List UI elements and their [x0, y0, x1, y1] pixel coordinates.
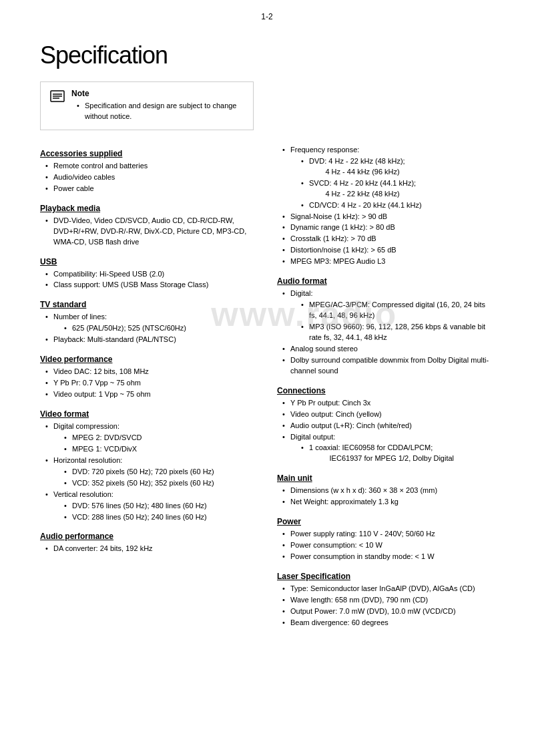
list-item: CD/VCD: 4 Hz - 20 kHz (44.1 kHz)	[301, 200, 494, 211]
section-laser: Laser Specification Type: Semiconductor …	[277, 572, 494, 628]
section-connections: Connections Y Pb Pr output: Cinch 3x Vid…	[277, 386, 494, 465]
list-item: MPEG MP3: MPEG Audio L3	[282, 256, 494, 267]
list-item: MPEG 2: DVD/SVCD	[64, 433, 257, 443]
list-item: Audio output (L+R): Cinch (white/red)	[282, 421, 494, 431]
section-audio-format: Audio format Digital: MPEG/AC-3/PCM: Com…	[277, 276, 494, 377]
list-item: VCD: 288 lines (50 Hz); 240 lines (60 Hz…	[64, 512, 257, 523]
section-title-accessories: Accessories supplied	[40, 149, 257, 158]
list-item: Class support: UMS (USB Mass Storage Cla…	[45, 280, 257, 291]
list-item: Power cable	[45, 184, 257, 194]
accessories-list: Remote control and batteries Audio/video…	[40, 161, 257, 194]
section-video-perf: Video performance Video DAC: 12 bits, 10…	[40, 355, 257, 400]
list-item: DVD: 4 Hz - 22 kHz (48 kHz); 4 Hz - 44 k…	[301, 156, 494, 178]
list-item: Wave length: 658 nm (DVD), 790 nm (CD)	[282, 595, 494, 606]
note-box: Note Specification and design are subjec…	[40, 81, 254, 130]
list-item: Net Weight: approximately 1.3 kg	[282, 497, 494, 508]
power-list: Power supply rating: 110 V - 240V; 50/60…	[277, 529, 494, 562]
list-item: Beam divergence: 60 degrees	[282, 618, 494, 628]
list-item: Video output: 1 Vpp ~ 75 ohm	[45, 389, 257, 400]
section-title-audio-perf: Audio performance	[40, 532, 257, 541]
list-item: Number of lines: 625 (PAL/50Hz); 525 (NT…	[45, 312, 257, 334]
list-item: VCD: 352 pixels (50 Hz); 352 pixels (60 …	[64, 478, 257, 489]
laser-list: Type: Semiconductor laser InGaAlP (DVD),…	[277, 584, 494, 628]
connections-list: Y Pb Pr output: Cinch 3x Video output: C…	[277, 398, 494, 465]
list-item: Analog sound stereo	[282, 344, 494, 355]
audio-perf-list: DA converter: 24 bits, 192 kHz	[40, 544, 257, 554]
list-item: Digital output: 1 coaxial: IEC60958 for …	[282, 432, 494, 465]
section-power: Power Power supply rating: 110 V - 240V;…	[277, 517, 494, 562]
main-unit-list: Dimensions (w x h x d): 360 × 38 × 203 (…	[277, 486, 494, 508]
list-item: Playback: Multi-standard (PAL/NTSC)	[45, 335, 257, 345]
list-item: Vertical resolution: DVD: 576 lines (50 …	[45, 490, 257, 523]
list-item: Dynamic range (1 kHz): > 80 dB	[282, 222, 494, 233]
section-audio-perf: Audio performance DA converter: 24 bits,…	[40, 532, 257, 554]
list-item: Output Power: 7.0 mW (DVD), 10.0 mW (VCD…	[282, 606, 494, 617]
note-icon	[50, 90, 65, 104]
usb-list: Compatibility: Hi-Speed USB (2.0) Class …	[40, 269, 257, 291]
list-item: Video output: Cinch (yellow)	[282, 409, 494, 420]
section-title-main-unit: Main unit	[277, 474, 494, 483]
section-title-power: Power	[277, 517, 494, 526]
list-item: 625 (PAL/50Hz); 525 (NTSC/60Hz)	[64, 323, 257, 334]
list-item: DVD: 576 lines (50 Hz); 480 lines (60 Hz…	[64, 501, 257, 512]
list-item: Compatibility: Hi-Speed USB (2.0)	[45, 269, 257, 280]
list-item: DVD-Video, Video CD/SVCD, Audio CD, CD-R…	[45, 216, 257, 248]
section-title-laser: Laser Specification	[277, 572, 494, 581]
audio-format-list: Digital: MPEG/AC-3/PCM: Compressed digit…	[277, 289, 494, 377]
section-accessories: Accessories supplied Remote control and …	[40, 149, 257, 194]
list-item: Power supply rating: 110 V - 240V; 50/60…	[282, 529, 494, 540]
list-item: Frequency response: DVD: 4 Hz - 22 kHz (…	[282, 145, 494, 211]
section-title-video-format: Video format	[40, 409, 257, 419]
list-item: Signal-Noise (1 kHz): > 90 dB	[282, 212, 494, 222]
section-title-playback: Playback media	[40, 204, 257, 213]
list-item: MPEG/AC-3/PCM: Compressed digital (16, 2…	[301, 300, 494, 321]
section-title-video-perf: Video performance	[40, 355, 257, 364]
list-item: Horizontal resolution: DVD: 720 pixels (…	[45, 455, 257, 489]
right-column: Frequency response: DVD: 4 Hz - 22 kHz (…	[277, 145, 494, 638]
section-main-unit: Main unit Dimensions (w x h x d): 360 × …	[277, 474, 494, 508]
list-item: MP3 (ISO 9660): 96, 112, 128, 256 kbps &…	[301, 322, 494, 343]
section-title-usb: USB	[40, 257, 257, 266]
left-column: Accessories supplied Remote control and …	[40, 145, 257, 638]
list-item: MPEG 1: VCD/DivX	[64, 444, 257, 455]
video-perf-list: Video DAC: 12 bits, 108 MHz Y Pb Pr: 0.7…	[40, 367, 257, 400]
list-item: Power consumption: < 10 W	[282, 540, 494, 551]
section-playback-media: Playback media DVD-Video, Video CD/SVCD,…	[40, 204, 257, 248]
section-title-connections: Connections	[277, 386, 494, 395]
playback-list: DVD-Video, Video CD/SVCD, Audio CD, CD-R…	[40, 216, 257, 248]
list-item: Distortion/noise (1 kHz): > 65 dB	[282, 245, 494, 256]
section-frequency: Frequency response: DVD: 4 Hz - 22 kHz (…	[277, 145, 494, 267]
page-title: Specification	[40, 41, 494, 69]
frequency-list: Frequency response: DVD: 4 Hz - 22 kHz (…	[277, 145, 494, 267]
list-item: Audio/video cables	[45, 172, 257, 183]
video-format-list: Digital compression: MPEG 2: DVD/SVCD MP…	[40, 421, 257, 522]
list-item: Dimensions (w x h x d): 360 × 38 × 203 (…	[282, 486, 494, 496]
section-usb: USB Compatibility: Hi-Speed USB (2.0) Cl…	[40, 257, 257, 291]
page-number: 1-2	[0, 0, 534, 28]
list-item: Crosstalk (1 kHz): > 70 dB	[282, 234, 494, 244]
list-item: Y Pb Pr: 0.7 Vpp ~ 75 ohm	[45, 378, 257, 389]
list-item: Digital compression: MPEG 2: DVD/SVCD MP…	[45, 421, 257, 455]
list-item: Power consumption in standby mode: < 1 W	[282, 552, 494, 562]
list-item: DA converter: 24 bits, 192 kHz	[45, 544, 257, 554]
list-item: Video DAC: 12 bits, 108 MHz	[45, 367, 257, 377]
note-text: Specification and design are subject to …	[77, 101, 244, 122]
list-item: DVD: 720 pixels (50 Hz); 720 pixels (60 …	[64, 467, 257, 478]
tv-list: Number of lines: 625 (PAL/50Hz); 525 (NT…	[40, 312, 257, 345]
list-item: Type: Semiconductor laser InGaAlP (DVD),…	[282, 584, 494, 594]
list-item: 1 coaxial: IEC60958 for CDDA/LPCM; IEC61…	[301, 443, 494, 464]
section-video-format: Video format Digital compression: MPEG 2…	[40, 409, 257, 522]
list-item: Y Pb Pr output: Cinch 3x	[282, 398, 494, 409]
list-item: Dolby surround compatible downmix from D…	[282, 355, 494, 377]
note-header: Note	[71, 89, 244, 98]
list-item: Digital: MPEG/AC-3/PCM: Compressed digit…	[282, 289, 494, 343]
list-item: SVCD: 4 Hz - 20 kHz (44.1 kHz); 4 Hz - 2…	[301, 178, 494, 200]
section-tv-standard: TV standard Number of lines: 625 (PAL/50…	[40, 300, 257, 345]
section-title-tv: TV standard	[40, 300, 257, 309]
list-item: Remote control and batteries	[45, 161, 257, 172]
section-title-audio-format: Audio format	[277, 276, 494, 286]
